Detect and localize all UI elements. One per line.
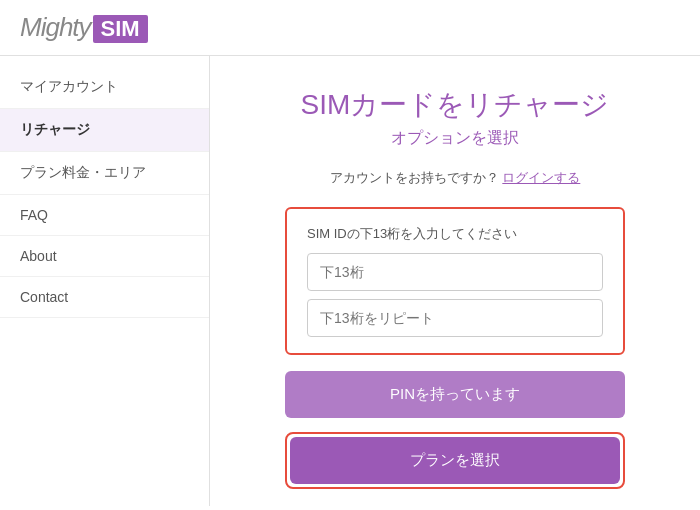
logo-mighty-text: Mighty [20, 12, 91, 43]
page-title: SIMカードをリチャージ [301, 86, 610, 124]
plan-button[interactable]: プランを選択 [290, 437, 620, 484]
login-link[interactable]: ログインする [502, 170, 580, 185]
page-subtitle: オプションを選択 [391, 128, 519, 149]
sidebar-item-recharge[interactable]: リチャージ [0, 109, 209, 152]
sidebar: マイアカウント リチャージ プラン料金・エリア FAQ About Contac… [0, 56, 210, 506]
main-content: SIMカードをリチャージ オプションを選択 アカウントをお持ちですか？ ログイン… [210, 56, 700, 506]
sidebar-item-faq[interactable]: FAQ [0, 195, 209, 236]
account-check-text: アカウントをお持ちですか？ ログインする [330, 169, 581, 187]
main-layout: マイアカウント リチャージ プラン料金・エリア FAQ About Contac… [0, 56, 700, 506]
sidebar-item-contact[interactable]: Contact [0, 277, 209, 318]
sidebar-item-about[interactable]: About [0, 236, 209, 277]
sim-id-repeat-input[interactable] [307, 299, 603, 337]
logo-sim-text: SIM [93, 15, 148, 43]
logo: Mighty SIM [20, 12, 148, 43]
sidebar-item-my-account[interactable]: マイアカウント [0, 66, 209, 109]
sim-id-input[interactable] [307, 253, 603, 291]
sidebar-item-plan-area[interactable]: プラン料金・エリア [0, 152, 209, 195]
sim-form-label: SIM IDの下13桁を入力してください [307, 225, 603, 243]
plan-button-wrapper: プランを選択 [285, 432, 625, 489]
header: Mighty SIM [0, 0, 700, 56]
sim-form-section: SIM IDの下13桁を入力してください [285, 207, 625, 355]
pin-button[interactable]: PINを持っています [285, 371, 625, 418]
